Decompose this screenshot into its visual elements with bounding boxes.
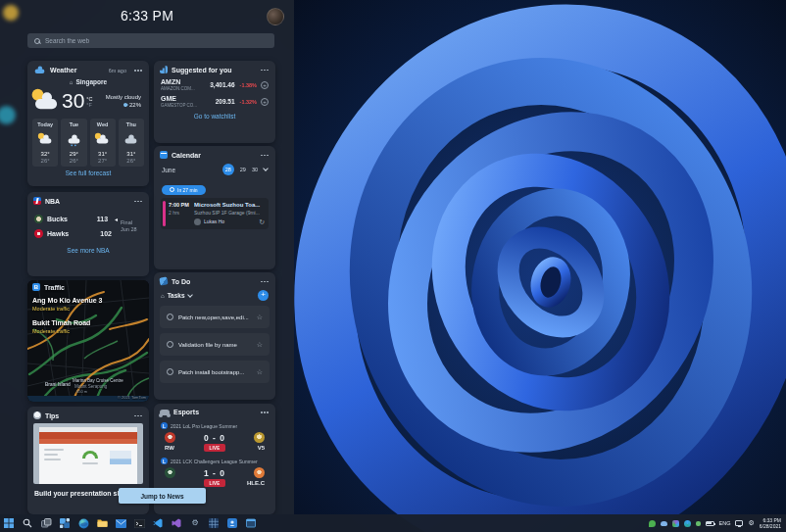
current-weather-icon <box>35 93 57 108</box>
chevron-down-icon[interactable] <box>187 292 193 298</box>
road-name: Bukit Timah Road <box>32 319 102 326</box>
network-display-icon[interactable] <box>735 520 743 526</box>
nba-team-row-hawks[interactable]: Hawks 102 <box>34 226 119 241</box>
forecast-day-tue[interactable]: Tue 29° 26° <box>61 119 86 167</box>
live-badge: LIVE <box>204 479 224 487</box>
mail-app-icon[interactable] <box>115 517 126 529</box>
stocks-widget[interactable]: Suggested for you AMZN AMAZON.COM... 3,4… <box>154 61 275 143</box>
partly-sunny-icon <box>39 135 51 143</box>
weather-location: Singapore <box>75 78 107 85</box>
weather-widget[interactable]: Weather 6m ago ⌂ Singapore 30 °C °F Most… <box>27 61 149 186</box>
forecast-day-wed[interactable]: Wed 31° 27° <box>90 119 116 167</box>
tray-leaf-icon[interactable] <box>649 520 656 527</box>
more-options-button[interactable] <box>261 69 270 72</box>
see-full-forecast-link[interactable]: See full forecast <box>27 169 149 176</box>
calendar-title: Calendar <box>172 152 201 159</box>
sync-icon[interactable]: ↻ <box>259 218 265 226</box>
more-options-button[interactable] <box>261 411 270 413</box>
vscode-icon[interactable] <box>152 517 164 529</box>
search-input[interactable]: Search the web <box>27 33 274 48</box>
calendar-date-28[interactable]: 28 <box>222 164 234 175</box>
star-icon[interactable]: ☆ <box>257 368 263 376</box>
event-title: Microsoft Suzhou Toa... <box>194 202 264 208</box>
taskbar-search-button[interactable] <box>22 517 33 529</box>
esports-match[interactable]: L 2021 LoL Pro League Summer 0 - 0 RW LI… <box>154 418 275 454</box>
visual-studio-icon[interactable] <box>171 517 182 529</box>
task-checkbox[interactable] <box>167 368 173 375</box>
battery-icon[interactable] <box>706 521 714 526</box>
tray-onedrive-icon[interactable] <box>661 521 667 526</box>
taskbar-date: 6/28/2021 <box>760 523 781 529</box>
add-task-button[interactable]: + <box>258 290 269 301</box>
add-to-watchlist-button[interactable]: + <box>261 81 269 89</box>
calendar-date-30[interactable]: 30 <box>252 167 258 172</box>
more-options-button[interactable] <box>261 154 270 157</box>
start-button[interactable] <box>3 517 15 529</box>
task-item[interactable]: Validation file by name ☆ <box>160 333 270 356</box>
calendar-icon <box>160 151 168 159</box>
traffic-widget[interactable]: B Traffic Ang Mo Kio Avenue 3 Moderate t… <box>27 280 149 402</box>
calendar-widget[interactable]: Calendar June 28 29 30 In 27 min 7:00 PM… <box>154 146 275 269</box>
forecast-day-thu[interactable]: Thu 31° 26° <box>119 119 144 167</box>
user-avatar[interactable] <box>267 8 284 25</box>
spreadsheet-app-icon[interactable] <box>208 517 220 529</box>
road-name: Ang Mo Kio Avenue 3 <box>32 297 102 304</box>
star-icon[interactable]: ☆ <box>257 341 263 349</box>
taskbar-clock[interactable]: 6:33 PM 6/28/2021 <box>760 517 783 529</box>
app-window-icon[interactable] <box>245 517 257 529</box>
team-logo-hle <box>254 467 265 478</box>
notification-gear-icon[interactable]: ⚙ <box>748 519 754 527</box>
task-list-selector[interactable]: Tasks <box>168 292 185 299</box>
settings-icon[interactable]: ⚙ <box>189 517 201 529</box>
tips-preview-image[interactable] <box>33 423 143 484</box>
stock-row-gme[interactable]: GME GAMESTOP CO... 209.51 -1.32% + <box>154 93 275 110</box>
nba-team-row-bucks[interactable]: Bucks 113 ◄ <box>34 212 119 226</box>
clock-icon <box>170 187 174 192</box>
event-duration: 2 hrs <box>169 210 189 216</box>
stock-row-amzn[interactable]: AMZN AMAZON.COM... 3,401.46 -1.38% + <box>154 76 275 93</box>
esports-match[interactable]: L 2021 LCK Challengers League Summer 1 -… <box>154 454 275 489</box>
add-to-watchlist-button[interactable]: + <box>261 98 269 106</box>
task-item[interactable]: Patch new,open,save,edi... ☆ <box>160 306 270 328</box>
language-indicator[interactable]: ENG <box>719 520 731 526</box>
calendar-month: June <box>162 167 175 173</box>
task-checkbox[interactable] <box>167 341 173 348</box>
calendar-date-29[interactable]: 29 <box>240 167 246 172</box>
location-pin-icon: ⌂ <box>70 79 74 85</box>
lightbulb-icon <box>33 411 41 419</box>
reminder-badge[interactable]: In 27 min <box>162 185 206 195</box>
more-options-button[interactable] <box>261 280 270 283</box>
more-options-button[interactable] <box>134 69 143 72</box>
file-explorer-icon[interactable] <box>96 517 108 529</box>
task-view-button[interactable] <box>40 517 52 529</box>
nba-title: NBA <box>45 198 60 205</box>
forecast-day-today[interactable]: Today 32° 26° <box>32 119 58 167</box>
esports-title: Esports <box>173 409 199 415</box>
event-location: Suzhou SIP 1F Garage (9mi... <box>194 210 264 216</box>
weather-updated: 6m ago <box>109 68 126 73</box>
widgets-button[interactable] <box>59 517 71 529</box>
nba-widget[interactable]: NBA Bucks 113 ◄ Hawks 102 Final Jun 28 <box>27 192 149 276</box>
road-condition: Moderate traffic <box>32 306 102 312</box>
task-item[interactable]: Patch install bootstrapp... ☆ <box>160 361 270 383</box>
tray-app-icon[interactable] <box>696 521 701 526</box>
hawks-logo-icon <box>34 229 43 238</box>
feedback-hub-icon[interactable] <box>226 517 238 529</box>
tray-app-icon[interactable] <box>684 520 691 527</box>
go-to-watchlist-link[interactable]: Go to watchlist <box>154 113 275 120</box>
todo-widget[interactable]: To Do ⌂ Tasks + Patch new,open,save,edi.… <box>154 272 275 400</box>
calendar-event[interactable]: 7:00 PM 2 hrs Microsoft Suzhou Toa... Su… <box>161 198 269 229</box>
jump-to-news-button[interactable]: Jump to News <box>119 488 206 504</box>
rain-icon <box>69 135 80 143</box>
task-checkbox[interactable] <box>167 314 173 320</box>
edge-browser-icon[interactable] <box>77 517 89 529</box>
chevron-down-icon[interactable] <box>263 166 269 171</box>
more-options-button[interactable] <box>134 200 143 203</box>
unit-fahrenheit[interactable]: °F <box>86 102 92 108</box>
tray-app-icon[interactable] <box>672 520 679 527</box>
more-options-button[interactable] <box>134 414 143 417</box>
see-more-nba-link[interactable]: See more NBA <box>27 247 149 254</box>
event-time: 7:00 PM <box>169 202 189 208</box>
terminal-icon[interactable] <box>133 517 145 529</box>
star-icon[interactable]: ☆ <box>257 314 263 321</box>
